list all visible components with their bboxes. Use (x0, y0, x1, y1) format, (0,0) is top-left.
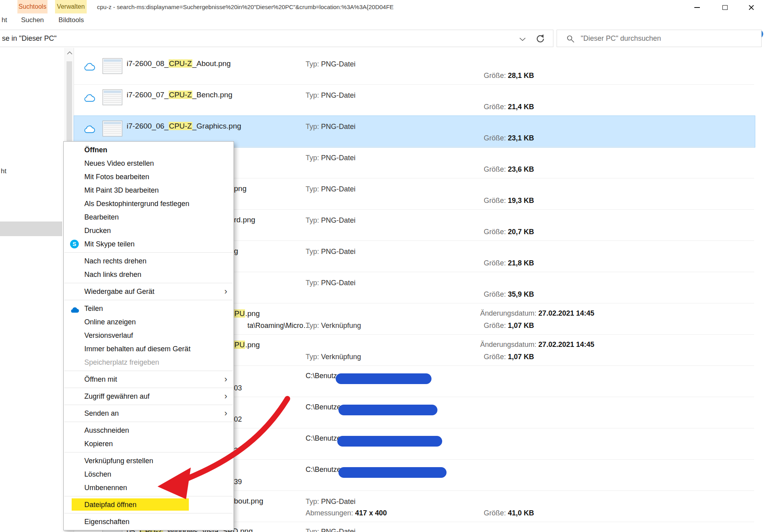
menu-separator (65, 513, 233, 513)
ribbon-tab-row: ht Suchen Bildtools ? (0, 13, 764, 27)
menu-item-oeffnen-mit[interactable]: Öffnen mit› (64, 373, 234, 386)
file-name: bout.png (234, 497, 263, 505)
detail-value: 21,8 KB (508, 259, 534, 267)
detail-value: Verknüpfung (321, 353, 361, 361)
menu-item-label: Teilen (84, 305, 103, 312)
menu-item-label: Online anzeigen (84, 318, 136, 326)
detail-label: Typ: (306, 123, 319, 131)
file-type: Typ: PNG-Datei (306, 528, 355, 532)
search-box[interactable]: "Dieser PC" durchsuchen (557, 30, 762, 47)
file-name: i7-2600_07_CPU-Z_Bench.png (127, 91, 232, 99)
file-name-text: .png (245, 309, 260, 318)
file-folder-path: ta\Roaming\Micro… (247, 322, 310, 330)
address-dropdown-chevron-icon[interactable] (519, 37, 526, 42)
file-row[interactable]: i7-2600_08_CPU-Z_About.png Typ: PNG-Date… (74, 53, 755, 85)
menu-item-online-anzeigen[interactable]: Online anzeigen (64, 315, 234, 329)
minimize-button[interactable] (683, 0, 711, 15)
file-name-text: i7-2600_08_ (127, 59, 169, 68)
menu-item-mit-skype-teilen[interactable]: SMit Skype teilen (64, 237, 234, 251)
menu-item-immer-behalten-auf-diesem-geraet[interactable]: Immer behalten auf diesem Gerät (64, 342, 234, 356)
tab-suchen[interactable]: Suchen (18, 13, 47, 27)
menu-separator (65, 388, 233, 388)
titlebar: Suchtools Verwalten cpu-z - search-ms:di… (0, 0, 764, 15)
menu-separator (65, 283, 233, 283)
menu-item-als-desktophintergrund-festlegen[interactable]: Als Desktophintergrund festlegen (64, 197, 234, 210)
menu-separator (65, 452, 233, 452)
menu-item-label: Dateipfad öffnen (84, 501, 137, 509)
menu-item-neues-video-erstellen[interactable]: Neues Video erstellen (64, 157, 234, 170)
search-term-highlight: CPU-Z (169, 91, 192, 99)
nav-tree-item-partial[interactable]: ht (1, 167, 6, 175)
detail-label: Abmessungen: (306, 509, 353, 517)
file-size: Größe: 21,4 KB (484, 103, 534, 111)
file-row[interactable]: i7-2600_07_CPU-Z_Bench.png Typ: PNG-Date… (74, 85, 755, 116)
menu-item-wiedergabe-auf-geraet[interactable]: Wiedergabe auf Gerät› (64, 285, 234, 298)
explorer-window: Suchtools Verwalten cpu-z - search-ms:di… (0, 0, 764, 532)
menu-item-eigenschaften[interactable]: Eigenschaften (64, 515, 234, 528)
menu-item-kopieren[interactable]: Kopieren (64, 437, 234, 451)
menu-item-ausschneiden[interactable]: Ausschneiden (64, 424, 234, 437)
file-name: PU.png (234, 341, 260, 349)
file-name: png (234, 184, 247, 193)
detail-value: PNG-Datei (321, 528, 355, 532)
menu-item-loeschen[interactable]: Löschen (64, 468, 234, 481)
redaction-bar (338, 467, 447, 478)
maximize-button[interactable] (711, 0, 739, 15)
menu-item-umbenennen[interactable]: Umbenennen (64, 481, 234, 494)
menu-item-versionsverlauf[interactable]: Versionsverlauf (64, 329, 234, 342)
file-name: PU.png (234, 309, 260, 318)
menu-item-nach-links-drehen[interactable]: Nach links drehen (64, 268, 234, 281)
file-size: Größe: 21,8 KB (484, 259, 534, 267)
menu-item-label: Neues Video erstellen (84, 159, 154, 167)
submenu-chevron-icon: › (224, 390, 227, 403)
address-path: se in "Dieser PC" (2, 30, 57, 47)
file-name: 39 (234, 478, 242, 486)
file-size: Größe: 23,1 KB (484, 134, 534, 142)
menu-item-zugriff-gewaehren-auf[interactable]: Zugriff gewähren auf› (64, 390, 234, 403)
file-modified-date: Änderungsdatum: 27.02.2021 14:45 (480, 341, 594, 349)
detail-label: Größe: (484, 290, 506, 298)
menu-item-oeffnen[interactable]: Öffnen (64, 143, 234, 157)
file-path-prefix: C:\Benutze (306, 403, 341, 411)
address-bar[interactable]: se in "Dieser PC" (0, 30, 553, 47)
detail-value: 41,0 KB (508, 509, 534, 517)
menu-item-nach-rechts-drehen[interactable]: Nach rechts drehen (64, 254, 234, 268)
refresh-icon[interactable] (535, 34, 545, 44)
file-size: Größe: 41,0 KB (484, 509, 534, 517)
menu-item-dateipfad-oeffnen[interactable]: Dateipfad öffnen (64, 498, 234, 511)
detail-value: PNG-Datei (321, 216, 355, 224)
scroll-up-icon[interactable] (67, 51, 73, 55)
detail-value: 23,1 KB (508, 134, 534, 142)
menu-item-label: Ausschneiden (84, 426, 129, 434)
search-placeholder: "Dieser PC" durchsuchen (581, 30, 661, 47)
detail-label: Typ: (306, 216, 319, 224)
detail-label: Typ: (306, 248, 319, 256)
tab-bildtools[interactable]: Bildtools (55, 13, 88, 27)
menu-item-mit-fotos-bearbeiten[interactable]: Mit Fotos bearbeiten (64, 170, 234, 184)
group-tab-suchtools[interactable]: Suchtools (17, 0, 48, 13)
menu-separator (65, 371, 233, 371)
detail-value: PNG-Datei (321, 279, 355, 287)
menu-item-verknuepfung-erstellen[interactable]: Verknüpfung erstellen (64, 454, 234, 468)
menu-item-senden-an[interactable]: Senden an› (64, 407, 234, 420)
close-button[interactable] (739, 0, 764, 15)
menu-item-drucken[interactable]: Drucken (64, 224, 234, 237)
group-tab-verwalten[interactable]: Verwalten (55, 0, 87, 13)
menu-item-speicherplatz-freigeben: Speicherplatz freigeben (64, 356, 234, 369)
file-name: rd.png (234, 216, 255, 224)
file-size: Größe: 35,9 KB (484, 290, 534, 299)
menu-item-teilen[interactable]: Teilen (64, 302, 234, 315)
redaction-bar (336, 373, 431, 384)
submenu-chevron-icon: › (224, 373, 227, 386)
menu-separator (65, 422, 233, 422)
menu-item-mit-paint-3d-bearbeiten[interactable]: Mit Paint 3D bearbeiten (64, 184, 234, 197)
menu-item-label: Mit Paint 3D bearbeiten (84, 186, 159, 194)
close-icon (748, 4, 754, 11)
file-type: Typ: PNG-Datei (306, 498, 355, 506)
tab-ansicht-partial[interactable]: ht (0, 13, 9, 27)
file-type: Typ: PNG-Datei (306, 185, 355, 193)
menu-item-label: Bearbeiten (84, 213, 119, 221)
menu-item-bearbeiten[interactable]: Bearbeiten (64, 210, 234, 224)
nav-selected-item[interactable] (0, 222, 62, 236)
file-size: Größe: 20,7 KB (484, 228, 534, 236)
